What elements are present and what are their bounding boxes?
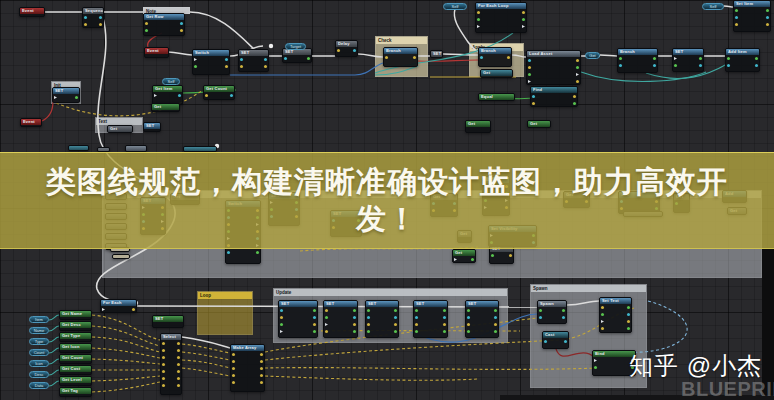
output-pin[interactable]: [307, 57, 310, 60]
input-pin[interactable]: [539, 316, 542, 319]
output-pin[interactable]: [576, 66, 579, 69]
input-pin[interactable]: [337, 49, 340, 52]
variable-pill-node[interactable]: Desc: [29, 371, 49, 378]
input-pin[interactable]: [284, 57, 287, 60]
input-pin[interactable]: [367, 323, 370, 326]
blueprint-node[interactable]: Get Icon: [59, 343, 92, 353]
variable-pill-node[interactable]: Icon: [29, 360, 49, 367]
input-pin[interactable]: [467, 316, 470, 319]
blueprint-node[interactable]: Get Item: [152, 85, 183, 105]
input-pin[interactable]: [280, 309, 283, 312]
blueprint-node[interactable]: Get Cost: [59, 365, 92, 375]
blueprint-node[interactable]: SET: [143, 122, 161, 132]
input-pin[interactable]: [162, 356, 165, 359]
output-pin[interactable]: [443, 316, 446, 319]
output-pin[interactable]: [394, 309, 397, 312]
output-pin[interactable]: [264, 58, 267, 61]
input-pin[interactable]: [385, 56, 388, 59]
blueprint-node[interactable]: Event: [20, 118, 42, 127]
output-pin[interactable]: [180, 29, 183, 32]
output-pin[interactable]: [260, 381, 263, 384]
input-pin[interactable]: [539, 309, 542, 312]
input-pin[interactable]: [162, 370, 165, 373]
input-pin[interactable]: [467, 323, 470, 326]
blueprint-node[interactable]: SET: [465, 300, 499, 338]
output-pin[interactable]: [443, 309, 446, 312]
input-pin[interactable]: [477, 11, 480, 14]
variable-pill-node[interactable]: Type: [29, 338, 49, 345]
blueprint-node[interactable]: Get Count: [203, 85, 235, 100]
variable-pill-node[interactable]: Count: [29, 349, 49, 356]
input-pin[interactable]: [325, 309, 328, 312]
output-pin[interactable]: [413, 56, 416, 59]
output-pin[interactable]: [180, 22, 183, 25]
input-pin[interactable]: [477, 18, 480, 21]
variable-pill-node[interactable]: Name: [29, 327, 49, 334]
output-pin[interactable]: [313, 309, 316, 312]
input-pin[interactable]: [232, 374, 235, 377]
output-pin[interactable]: [256, 251, 259, 254]
output-pin[interactable]: [494, 316, 497, 319]
input-pin[interactable]: [325, 323, 328, 326]
input-pin[interactable]: [102, 308, 105, 311]
input-pin[interactable]: [727, 64, 730, 67]
blueprint-node[interactable]: SET: [152, 315, 184, 328]
output-pin[interactable]: [225, 58, 228, 61]
blueprint-node[interactable]: Get Desc: [59, 321, 92, 331]
blueprint-node[interactable]: Set Text: [599, 297, 632, 333]
output-pin[interactable]: [99, 23, 102, 26]
output-pin[interactable]: [766, 23, 769, 26]
blueprint-node[interactable]: Spawn: [537, 300, 567, 324]
blueprint-node[interactable]: Event: [19, 7, 45, 17]
input-pin[interactable]: [415, 323, 418, 326]
input-pin[interactable]: [619, 64, 622, 67]
input-pin[interactable]: [280, 323, 283, 326]
blueprint-node[interactable]: Get Count: [59, 354, 92, 364]
input-pin[interactable]: [162, 384, 165, 387]
blueprint-node[interactable]: Add Item: [725, 48, 760, 72]
input-pin[interactable]: [594, 366, 597, 369]
blueprint-node[interactable]: Get: [452, 249, 476, 263]
blueprint-node[interactable]: Get Level: [59, 376, 92, 386]
input-pin[interactable]: [240, 58, 243, 61]
input-pin[interactable]: [601, 320, 604, 323]
output-pin[interactable]: [99, 16, 102, 19]
output-pin[interactable]: [353, 330, 356, 333]
output-pin[interactable]: [177, 370, 180, 373]
input-pin[interactable]: [528, 80, 531, 83]
output-pin[interactable]: [178, 94, 181, 97]
output-pin[interactable]: [562, 309, 565, 312]
output-pin[interactable]: [494, 330, 497, 333]
blueprint-node[interactable]: Event: [144, 47, 169, 58]
output-pin[interactable]: [627, 306, 630, 309]
input-pin[interactable]: [145, 22, 148, 25]
output-pin[interactable]: [394, 316, 397, 319]
output-pin[interactable]: [177, 384, 180, 387]
input-pin[interactable]: [594, 359, 597, 362]
blueprint-node[interactable]: SET: [672, 48, 704, 72]
blueprint-node[interactable]: Set Item: [733, 0, 771, 32]
output-pin[interactable]: [522, 11, 525, 14]
variable-pill-node[interactable]: Self: [443, 3, 467, 10]
output-pin[interactable]: [507, 56, 510, 59]
output-pin[interactable]: [260, 374, 263, 377]
output-pin[interactable]: [627, 327, 630, 330]
input-pin[interactable]: [467, 309, 470, 312]
input-pin[interactable]: [544, 340, 547, 343]
input-pin[interactable]: [194, 58, 197, 61]
input-pin[interactable]: [415, 316, 418, 319]
output-pin[interactable]: [443, 330, 446, 333]
input-pin[interactable]: [735, 16, 738, 19]
input-pin[interactable]: [528, 59, 531, 62]
blueprint-node[interactable]: Get: [151, 103, 180, 112]
output-pin[interactable]: [627, 320, 630, 323]
output-pin[interactable]: [313, 330, 316, 333]
blueprint-node[interactable]: Make Array: [230, 344, 265, 392]
variable-pill-node[interactable]: Data: [29, 382, 49, 389]
output-pin[interactable]: [230, 94, 233, 97]
blueprint-node[interactable]: SET: [413, 300, 448, 338]
variable-pill-node[interactable]: Self: [702, 3, 724, 10]
input-pin[interactable]: [194, 65, 197, 68]
blueprint-node[interactable]: For Each: [100, 299, 137, 313]
blueprint-node[interactable]: Branch: [383, 47, 418, 67]
